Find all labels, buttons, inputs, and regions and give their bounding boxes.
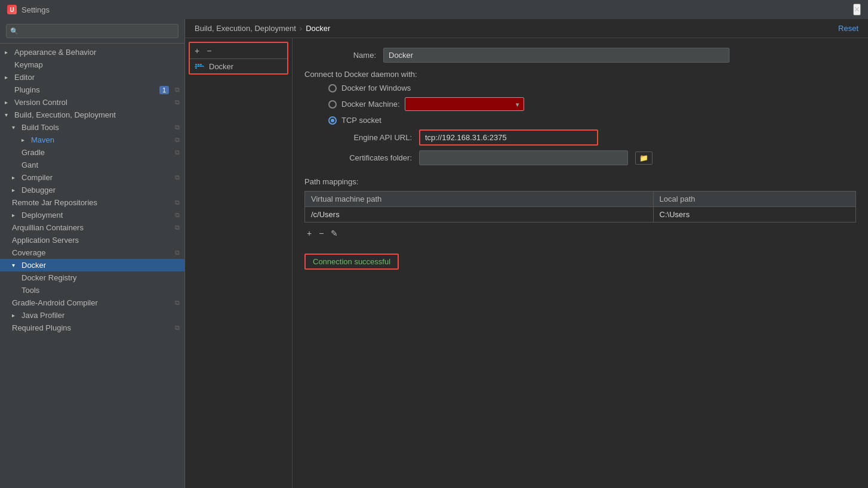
add-docker-button[interactable]: + <box>192 45 202 57</box>
chevron-icon <box>12 312 19 319</box>
copy-icon: ⧉ <box>175 211 180 219</box>
sidebar-item-label: Build, Execution, Deployment <box>14 110 180 119</box>
sidebar-item-label: Editor <box>14 73 180 82</box>
reset-button[interactable]: Reset <box>838 24 858 33</box>
right-panel: Build, Execution, Deployment › Docker Re… <box>185 19 868 488</box>
engine-api-row: Engine API URL: <box>328 129 856 146</box>
copy-icon: ⧉ <box>175 174 180 181</box>
name-input[interactable] <box>383 48 730 63</box>
sidebar-item-gradle-android[interactable]: Gradle-Android Compiler ⧉ <box>0 296 184 309</box>
radio-group: Docker for Windows Docker Machine: ▼ <box>304 84 856 165</box>
sidebar-item-version-control[interactable]: Version Control ⧉ <box>0 96 184 109</box>
copy-icon: ⧉ <box>175 224 180 231</box>
sidebar: 🔍 Appearance & Behavior Keymap Editor Pl… <box>0 19 185 488</box>
radio-docker-machine[interactable]: Docker Machine: ▼ <box>328 97 856 111</box>
sidebar-item-compiler[interactable]: Compiler ⧉ <box>0 171 184 184</box>
sidebar-item-label: Compiler <box>21 173 173 182</box>
certs-input[interactable] <box>419 150 628 165</box>
remove-mapping-button[interactable]: − <box>316 227 326 239</box>
path-mappings-section: Path mappings: Virtual machine path Loca… <box>304 177 856 242</box>
app-icon: U <box>7 5 17 14</box>
sidebar-item-deployment[interactable]: Deployment ⧉ <box>0 209 184 221</box>
sidebar-item-build-execution-deployment[interactable]: Build, Execution, Deployment <box>0 109 184 121</box>
sidebar-item-docker[interactable]: Docker <box>0 259 184 271</box>
search-wrapper: 🔍 <box>6 24 178 38</box>
sidebar-item-arquillian[interactable]: Arquillian Containers ⧉ <box>0 221 184 234</box>
docker-machine-select[interactable] <box>405 97 524 111</box>
sidebar-item-keymap[interactable]: Keymap <box>0 58 184 71</box>
remove-docker-button[interactable]: − <box>204 45 214 57</box>
sidebar-item-gradle[interactable]: Gradle ⧉ <box>0 146 184 159</box>
sidebar-item-label: Gradle-Android Compiler <box>12 298 173 307</box>
search-input[interactable] <box>6 24 178 38</box>
add-mapping-button[interactable]: + <box>304 227 314 239</box>
sidebar-item-docker-registry[interactable]: Docker Registry <box>0 271 184 284</box>
docker-list-item[interactable]: Docker <box>190 59 287 73</box>
sidebar-item-label: Application Servers <box>12 236 180 245</box>
docker-list-panel: + − <box>185 38 293 488</box>
edit-mapping-button[interactable]: ✎ <box>328 227 340 239</box>
path-mappings-label: Path mappings: <box>304 177 856 186</box>
col-vm-path: Virtual machine path <box>305 192 654 207</box>
sidebar-item-editor[interactable]: Editor <box>0 71 184 84</box>
copy-icon: ⧉ <box>175 149 180 156</box>
copy-icon: ⧉ <box>175 249 180 257</box>
copy-icon: ⧉ <box>175 136 180 144</box>
chevron-icon <box>5 112 12 118</box>
docker-icon <box>195 61 204 71</box>
sidebar-item-remote-jar[interactable]: Remote Jar Repositories ⧉ <box>0 196 184 209</box>
certs-row: Certificates folder: 📁 <box>328 150 856 165</box>
sidebar-item-java-profiler[interactable]: Java Profiler <box>0 309 184 322</box>
sidebar-item-debugger[interactable]: Debugger <box>0 184 184 196</box>
chevron-icon <box>12 124 19 131</box>
engine-api-input[interactable] <box>419 129 598 146</box>
folder-browse-button[interactable]: 📁 <box>635 152 652 165</box>
chevron-icon <box>5 99 12 106</box>
sidebar-item-label: Build Tools <box>21 123 173 132</box>
window-title: Settings <box>21 5 50 14</box>
copy-icon: ⧉ <box>175 324 180 332</box>
chevron-icon <box>12 187 19 193</box>
sidebar-item-label: Arquillian Containers <box>12 223 173 232</box>
radio-label-tcp: TCP socket <box>341 116 381 125</box>
radio-label-windows: Docker for Windows <box>341 84 411 92</box>
sidebar-item-tools[interactable]: Tools <box>0 284 184 296</box>
copy-icon: ⧉ <box>175 98 180 106</box>
radio-dot-windows <box>328 84 337 92</box>
sidebar-item-plugins[interactable]: Plugins 1 ⧉ <box>0 84 184 96</box>
copy-icon: ⧉ <box>175 123 180 131</box>
sidebar-item-label: Tools <box>21 286 180 295</box>
sidebar-item-gant[interactable]: Gant <box>0 159 184 171</box>
sidebar-item-label: Docker Registry <box>21 273 180 282</box>
sidebar-item-label: Plugins <box>14 85 159 94</box>
radio-dot-machine <box>328 100 337 109</box>
connect-title: Connect to Docker daemon with: <box>304 70 856 79</box>
sidebar-item-coverage[interactable]: Coverage ⧉ <box>0 246 184 259</box>
close-button[interactable]: × <box>853 4 861 16</box>
radio-label-machine: Docker Machine: <box>341 100 400 109</box>
sidebar-item-label: Docker <box>21 261 180 270</box>
sidebar-item-required-plugins[interactable]: Required Plugins ⧉ <box>0 322 184 334</box>
sidebar-item-label: Required Plugins <box>12 323 173 332</box>
chevron-icon <box>12 174 19 181</box>
plugins-badge: 1 <box>159 86 169 94</box>
chevron-icon <box>5 74 12 81</box>
name-row: Name: <box>304 48 856 63</box>
breadcrumb-parent[interactable]: Build, Execution, Deployment <box>195 24 296 33</box>
sidebar-item-build-tools[interactable]: Build Tools ⧉ <box>0 121 184 134</box>
sidebar-item-label: Appearance & Behavior <box>14 48 180 57</box>
docker-list-container: + − <box>189 42 288 75</box>
table-row[interactable]: /c/Users C:\Users <box>305 207 856 223</box>
sidebar-item-app-servers[interactable]: Application Servers <box>0 234 184 246</box>
breadcrumb: Build, Execution, Deployment › Docker <box>195 24 330 33</box>
sidebar-item-appearance[interactable]: Appearance & Behavior <box>0 46 184 58</box>
sidebar-item-maven[interactable]: Maven ⧉ <box>0 134 184 146</box>
sidebar-item-label: Maven <box>31 135 173 144</box>
main-content: 🔍 Appearance & Behavior Keymap Editor Pl… <box>0 19 868 488</box>
radio-docker-for-windows[interactable]: Docker for Windows <box>328 84 856 92</box>
connect-section: Connect to Docker daemon with: Docker fo… <box>304 70 856 165</box>
vm-path-cell: /c/Users <box>305 207 654 223</box>
connection-status-container: Connection successful <box>304 249 856 270</box>
connection-status: Connection successful <box>304 254 399 270</box>
radio-tcp-socket[interactable]: TCP socket <box>328 116 856 125</box>
